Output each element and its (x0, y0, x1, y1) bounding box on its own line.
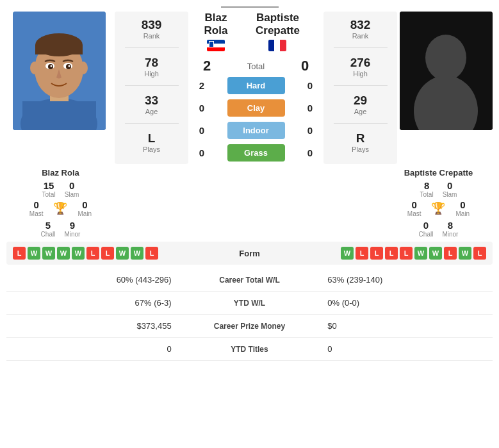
right-total-wins: 0 (295, 58, 315, 74)
left-player-svg (13, 12, 106, 130)
form-center-label: Form (218, 249, 282, 258)
stats-left-2: $373,455 (6, 315, 177, 338)
right-chall-val: 0 (423, 220, 429, 231)
right-form-badge-9: L (473, 247, 486, 260)
right-slam-lbl: Slam (443, 191, 457, 198)
stats-row-0: 60% (443-296)Career Total W/L63% (239-14… (6, 269, 493, 292)
left-grass: 0 (194, 147, 209, 158)
svg-point-11 (51, 65, 53, 67)
left-slam-stat: 0 Slam (65, 180, 79, 198)
right-form-badge-4: L (400, 247, 413, 260)
right-bottom-stats-row1: 8 Total 0 Slam (420, 180, 457, 198)
left-high-block: 78 High (118, 56, 185, 78)
right-clay: 0 (302, 103, 318, 113)
header-line (221, 6, 279, 8)
left-minor-val: 9 (70, 220, 75, 231)
left-chall-stat: 5 Chall (41, 220, 56, 238)
left-form-badge-6: L (101, 247, 114, 260)
right-age-value: 29 (354, 94, 367, 108)
right-form-badge-5: W (414, 247, 427, 260)
right-age-label: Age (354, 108, 367, 115)
right-minor-stat: 8 Minor (442, 220, 458, 238)
right-main-lbl: Main (455, 210, 470, 217)
right-stats-box: 832 Rank 276 High 29 Age R Plays (323, 12, 397, 164)
right-bottom-stats-row3: 0 Chall 8 Minor (419, 220, 459, 238)
stats-row-1: 67% (6-3)YTD W/L0% (0-0) (6, 292, 493, 315)
left-age-label: Age (145, 108, 158, 115)
right-rank-value: 832 (350, 18, 371, 32)
grass-button[interactable]: Grass (227, 144, 285, 162)
right-chall-lbl: Chall (419, 231, 434, 238)
left-rank-label: Rank (143, 32, 160, 40)
divider6 (334, 123, 388, 124)
svg-point-13 (30, 62, 39, 74)
stats-row-2: $373,455Career Prize Money$0 (6, 315, 493, 338)
right-hard: 0 (302, 80, 318, 91)
right-player-name-top: Baptiste Crepatte (238, 12, 318, 37)
left-plays-label: Plays (143, 145, 160, 153)
stats-center-0: Career Total W/L (177, 269, 323, 292)
right-mast-val: 0 (411, 199, 416, 210)
svg-point-16 (425, 35, 466, 81)
left-total-val: 15 (44, 180, 54, 191)
stats-left-0: 60% (443-296) (6, 269, 177, 292)
grass-row: 0 Grass 0 (194, 144, 318, 162)
svg-rect-6 (35, 45, 83, 54)
right-form-badge-3: L (385, 247, 398, 260)
right-high-value: 276 (350, 56, 371, 70)
left-mast-lbl: Mast (29, 210, 44, 217)
left-main-lbl: Main (78, 210, 92, 217)
hard-row: 2 Hard 0 (194, 77, 318, 94)
left-form-badge-8: W (131, 247, 143, 260)
clay-button[interactable]: Clay (227, 99, 285, 117)
left-form-badge-5: L (86, 247, 99, 260)
right-flag (238, 40, 318, 54)
divider5 (334, 85, 388, 86)
left-bottom-stats-row3: 5 Chall 9 Minor (41, 220, 81, 238)
left-rank-block: 839 Rank (118, 18, 185, 40)
stats-right-3: 0 (322, 338, 493, 361)
clay-row: 0 Clay 0 (194, 99, 318, 117)
left-form-badge-9: L (145, 247, 158, 260)
left-form-badge-7: W (116, 247, 129, 260)
stats-center-3: YTD Titles (177, 338, 323, 361)
left-player-photo (13, 12, 106, 130)
right-player-svg (400, 12, 493, 130)
main-container: 839 Rank 78 High 33 Age L Plays (0, 0, 499, 361)
stats-center-2: Career Prize Money (177, 315, 323, 338)
left-chall-val: 5 (45, 220, 51, 231)
left-slam-val: 0 (69, 180, 74, 191)
left-age-value: 33 (145, 94, 158, 108)
right-slam-stat: 0 Slam (443, 180, 457, 198)
left-chall-lbl: Chall (41, 231, 56, 238)
left-high-label: High (144, 70, 159, 78)
divider2 (125, 85, 179, 86)
left-form-badge-0: L (13, 247, 26, 260)
right-minor-lbl: Minor (442, 231, 458, 238)
stats-right-0: 63% (239-140) (322, 269, 493, 292)
indoor-button[interactable]: Indoor (227, 122, 285, 139)
left-plays-value: L (148, 131, 156, 145)
left-total-stat: 15 Total (42, 180, 56, 198)
center-column: Blaz Rola Baptiste Crepatte (191, 12, 321, 164)
form-section: LWWWWLLWWL Form WLLLLWWLWL (6, 242, 493, 265)
left-age-block: 33 Age (118, 94, 185, 115)
right-grass: 0 (302, 147, 318, 158)
left-indoor: 0 (194, 125, 209, 136)
stats-right-2: $0 (322, 315, 493, 338)
right-rank-block: 832 Rank (327, 18, 394, 40)
divider1 (125, 47, 179, 48)
stats-right-1: 0% (0-0) (322, 292, 493, 315)
right-main-stat: 0 Main (455, 199, 470, 217)
slovenia-flag (207, 40, 225, 51)
right-plays-value: R (356, 131, 365, 145)
divider3 (125, 123, 179, 124)
left-form-badge-2: W (42, 247, 55, 260)
form-right: WLLLLWWLWL (282, 247, 487, 260)
hard-button[interactable]: Hard (227, 77, 285, 94)
svg-point-14 (79, 62, 88, 74)
divider4 (334, 47, 388, 48)
right-total-val: 8 (424, 180, 429, 191)
right-high-label: High (353, 70, 368, 78)
left-slam-lbl: Slam (65, 191, 79, 198)
